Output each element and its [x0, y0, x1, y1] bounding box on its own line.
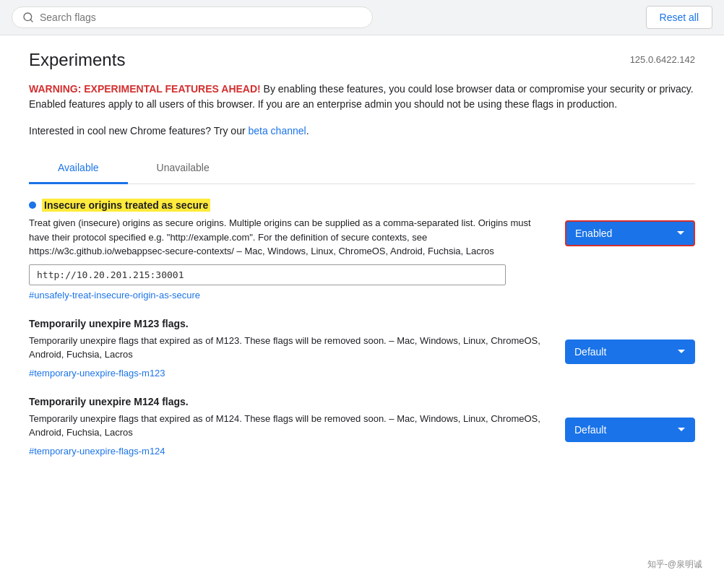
version-text: 125.0.6422.142	[630, 54, 695, 65]
flag-item-insecure-origins: Insecure origins treated as secure Treat…	[29, 199, 695, 301]
m124-anchor[interactable]: #temporary-unexpire-flags-m124	[29, 446, 551, 457]
svg-line-1	[30, 20, 33, 22]
flag-content-m123: Temporarily unexpire M123 flags. Tempora…	[29, 318, 551, 379]
warning-label: WARNING: EXPERIMENTAL FEATURES AHEAD!	[29, 83, 261, 95]
flag-item-m124: Temporarily unexpire M124 flags. Tempora…	[29, 396, 695, 457]
beta-suffix: .	[306, 125, 309, 137]
flag-description-m124: Temporarily unexpire flags that expired …	[29, 412, 551, 440]
flag-description-insecure-origins: Treat given (insecure) origins as secure…	[29, 216, 551, 259]
tab-unavailable[interactable]: Unavailable	[128, 153, 238, 184]
flag-title-insecure-origins: Insecure origins treated as secure	[42, 199, 210, 212]
beta-channel-link[interactable]: beta channel	[248, 125, 306, 137]
search-icon	[22, 12, 34, 23]
flag-content-m124: Temporarily unexpire M124 flags. Tempora…	[29, 396, 551, 457]
search-wrapper	[12, 7, 373, 28]
search-input[interactable]	[40, 12, 362, 23]
tabs-container: Available Unavailable	[29, 153, 695, 184]
beta-intro-text: Interested in cool new Chrome features? …	[29, 125, 248, 137]
m124-dropdown[interactable]: Default Enabled Disabled	[565, 418, 695, 442]
flag-dot-active	[29, 202, 36, 209]
search-bar: Reset all	[0, 0, 724, 35]
insecure-origins-input[interactable]	[29, 264, 506, 285]
insecure-origins-dropdown[interactable]: Default Enabled Disabled	[565, 220, 695, 246]
flag-control-m123: Default Enabled Disabled	[565, 340, 695, 364]
insecure-origins-anchor[interactable]: #unsafely-treat-insecure-origin-as-secur…	[29, 290, 551, 301]
flag-description-m123: Temporarily unexpire flags that expired …	[29, 334, 551, 362]
warning-block: WARNING: EXPERIMENTAL FEATURES AHEAD! By…	[29, 82, 695, 112]
reset-all-button[interactable]: Reset all	[646, 6, 712, 29]
flag-title-m124: Temporarily unexpire M124 flags.	[29, 396, 189, 407]
flag-title-m123: Temporarily unexpire M123 flags.	[29, 318, 189, 329]
flag-title-row-m123: Temporarily unexpire M123 flags.	[29, 318, 551, 329]
main-content: Experiments 125.0.6422.142 WARNING: EXPE…	[0, 35, 724, 488]
m123-anchor[interactable]: #temporary-unexpire-flags-m123	[29, 368, 551, 379]
interested-text: Interested in cool new Chrome features? …	[29, 124, 695, 139]
page-title: Experiments	[29, 50, 125, 70]
flag-control-m124: Default Enabled Disabled	[565, 418, 695, 442]
flag-title-row: Insecure origins treated as secure	[29, 199, 551, 212]
page-header: Experiments 125.0.6422.142	[29, 50, 695, 70]
flag-title-row-m124: Temporarily unexpire M124 flags.	[29, 396, 551, 407]
flag-content-insecure-origins: Insecure origins treated as secure Treat…	[29, 199, 551, 301]
flag-control-insecure-origins: Default Enabled Disabled	[565, 220, 695, 246]
m123-dropdown[interactable]: Default Enabled Disabled	[565, 340, 695, 364]
flag-item-m123: Temporarily unexpire M123 flags. Tempora…	[29, 318, 695, 379]
tab-available[interactable]: Available	[29, 153, 128, 184]
